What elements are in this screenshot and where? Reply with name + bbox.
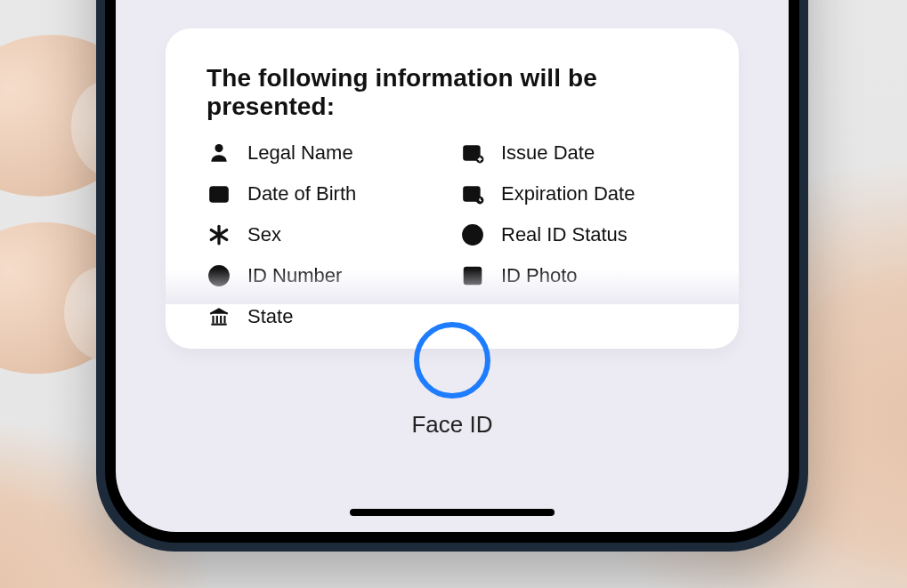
info-label: Date of Birth: [247, 182, 356, 205]
svg-point-10: [222, 194, 223, 196]
info-item-legal-name: Legal Name: [207, 141, 444, 165]
info-item-expiration: Expiration Date: [460, 181, 698, 206]
star-circle-icon: [460, 222, 485, 247]
svg-point-9: [218, 194, 220, 196]
svg-point-8: [215, 194, 216, 196]
phone-bezel: The following information will be presen…: [105, 0, 799, 543]
faceid-section: Face ID: [116, 322, 789, 439]
card-fade-overlay: [166, 269, 739, 304]
calendar-icon: [207, 181, 231, 206]
info-item-sex: Sex: [207, 222, 444, 247]
phone-frame: The following information will be presen…: [96, 0, 808, 552]
asterisk-icon: [207, 222, 231, 247]
info-item-dob: Date of Birth: [207, 181, 444, 206]
calendar-clock-icon: [460, 181, 485, 206]
person-icon: [207, 141, 231, 165]
home-indicator[interactable]: [350, 509, 555, 516]
info-item-issue-date: Issue Date: [460, 141, 698, 165]
faceid-label: Face ID: [411, 411, 492, 439]
info-label: Issue Date: [501, 141, 595, 165]
calendar-plus-icon: [460, 141, 485, 165]
info-label: Legal Name: [247, 141, 353, 165]
info-item-real-id: Real ID Status: [460, 222, 698, 247]
phone-screen: The following information will be presen…: [116, 0, 789, 532]
info-label: Real ID Status: [501, 223, 628, 246]
svg-point-0: [215, 144, 223, 152]
info-label: Expiration Date: [501, 182, 635, 205]
info-label: Sex: [247, 223, 281, 246]
faceid-circle-icon[interactable]: [414, 322, 490, 399]
card-title: The following information will be presen…: [207, 64, 698, 121]
